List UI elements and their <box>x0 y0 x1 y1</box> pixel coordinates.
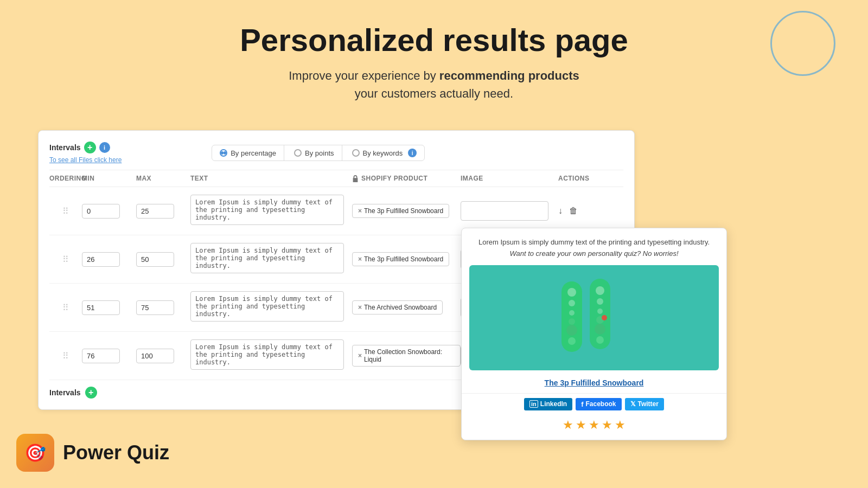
product-tag-3: × The Archived Snowboard <box>352 300 443 314</box>
radio-by-keywords[interactable]: By keywords i <box>344 145 425 160</box>
min-input-1[interactable] <box>82 204 120 219</box>
text-area-2[interactable]: Lorem Ipsum is simply dummy text of the … <box>190 243 344 273</box>
move-down-button-1[interactable]: ↓ <box>558 206 563 216</box>
svg-point-9 <box>597 298 603 305</box>
svg-point-5 <box>566 325 577 336</box>
product-name-4: The Collection Snowboard: Liquid <box>364 348 455 363</box>
text-cell-3: Lorem Ipsum is simply dummy text of the … <box>190 291 352 324</box>
logo-text: Power Quiz <box>63 441 169 464</box>
star-5: ★ <box>615 418 626 432</box>
facebook-button[interactable]: f Facebook <box>576 398 621 410</box>
star-4: ★ <box>602 418 612 432</box>
col-actions: ACTIONS <box>558 175 623 182</box>
svg-point-12 <box>595 324 605 335</box>
drag-handle-3[interactable]: ⠿ <box>49 303 82 313</box>
radio-by-percentage[interactable]: By percentage <box>212 145 284 160</box>
text-area-3[interactable]: Lorem Ipsum is simply dummy text of the … <box>190 291 344 322</box>
page-subtitle: Improve your experience by recommending … <box>0 67 868 102</box>
product-cell-3: × The Archived Snowboard <box>352 299 461 316</box>
svg-point-14 <box>602 315 607 320</box>
preview-product-area <box>469 265 719 370</box>
radio-group: By percentage By points By keywords i <box>212 145 425 161</box>
delete-button-1[interactable]: 🗑 <box>569 206 578 216</box>
card-topbar: Intervals + i To see all Files click her… <box>49 142 623 164</box>
deco-circle <box>770 11 835 76</box>
remove-product-3[interactable]: × <box>358 304 362 311</box>
product-link[interactable]: The 3p Fulfilled Snowboard <box>545 378 644 387</box>
max-input-1[interactable] <box>136 204 174 219</box>
image-input-1[interactable] <box>461 201 548 221</box>
files-link-wrap: To see all Files click here <box>49 155 122 164</box>
product-cell-2: × The 3p Fulfilled Snowboard <box>352 251 461 267</box>
product-name-3: The Archived Snowboard <box>364 304 437 311</box>
intervals-label-row: Intervals + i <box>49 142 122 153</box>
add-interval-top-button[interactable]: + <box>84 142 96 153</box>
svg-point-10 <box>597 309 603 314</box>
linkedin-icon: in <box>529 400 538 408</box>
text-area-1[interactable]: Lorem Ipsum is simply dummy text of the … <box>190 195 344 225</box>
product-cell-4: × The Collection Snowboard: Liquid <box>352 344 461 368</box>
min-input-2[interactable] <box>82 252 120 267</box>
twitter-button[interactable]: 𝕏 Twitter <box>625 398 664 410</box>
add-interval-bottom-button[interactable]: + <box>85 387 97 399</box>
product-name-2: The 3p Fulfilled Snowboard <box>364 255 443 263</box>
max-input-4[interactable] <box>136 349 174 363</box>
text-area-4[interactable]: Lorem Ipsum is simply dummy text of the … <box>190 339 344 370</box>
remove-product-2[interactable]: × <box>358 255 362 263</box>
text-cell-4: Lorem Ipsum is simply dummy text of the … <box>190 339 352 372</box>
star-2: ★ <box>576 418 586 432</box>
intervals-text: Intervals <box>49 143 81 152</box>
max-cell-4 <box>136 349 190 363</box>
col-max: MAX <box>136 175 190 182</box>
max-cell-2 <box>136 252 190 267</box>
subtitle-line2: your customers actually need. <box>355 87 513 100</box>
star-1: ★ <box>563 418 573 432</box>
linkedin-button[interactable]: in LinkedIn <box>524 398 572 410</box>
product-link-section: The 3p Fulfilled Snowboard <box>462 378 726 393</box>
radio-dot-keywords <box>352 149 360 157</box>
max-cell-1 <box>136 204 190 219</box>
product-tag-2: × The 3p Fulfilled Snowboard <box>352 252 449 266</box>
drag-handle-2[interactable]: ⠿ <box>49 254 82 265</box>
remove-product-1[interactable]: × <box>358 207 362 215</box>
drag-handle-1[interactable]: ⠿ <box>49 206 82 216</box>
svg-point-6 <box>568 337 576 345</box>
svg-point-2 <box>569 300 575 306</box>
lock-icon <box>352 175 359 182</box>
product-tag-1: × The 3p Fulfilled Snowboard <box>352 204 449 218</box>
actions-cell-1: ↓ 🗑 <box>558 206 623 216</box>
min-cell-3 <box>82 300 136 315</box>
remove-product-4[interactable]: × <box>358 352 362 359</box>
radio-dot-percentage <box>220 149 227 157</box>
max-input-2[interactable] <box>136 252 174 267</box>
bottom-logo: 🎯 Power Quiz <box>16 434 169 472</box>
col-ordering: ORDERING <box>49 175 82 182</box>
preview-card: Lorem Ipsum is simply dummy text of the … <box>461 228 727 440</box>
intervals-section: Intervals + i To see all Files click her… <box>49 142 122 164</box>
add-intervals-label: Intervals <box>49 388 81 397</box>
drag-handle-4[interactable]: ⠿ <box>49 351 82 361</box>
keywords-info-button[interactable]: i <box>408 149 417 157</box>
radio-by-points[interactable]: By points <box>286 145 342 160</box>
table-header: ORDERING MIN MAX TEXT SHOPIFY PRODUCT IM… <box>49 170 623 187</box>
preview-text: Lorem Ipsum is simply dummy text of the … <box>462 228 726 265</box>
svg-point-1 <box>567 288 576 297</box>
min-input-3[interactable] <box>82 300 120 315</box>
star-3: ★ <box>589 418 599 432</box>
image-cell-1 <box>461 201 558 221</box>
min-cell-1 <box>82 204 136 219</box>
radio-dot-points <box>294 149 302 157</box>
min-input-4[interactable] <box>82 349 120 363</box>
files-link[interactable]: To see all Files click here <box>49 156 122 164</box>
min-cell-2 <box>82 252 136 267</box>
text-cell-1: Lorem Ipsum is simply dummy text of the … <box>190 195 352 227</box>
svg-point-3 <box>569 310 575 316</box>
col-min: MIN <box>82 175 136 182</box>
product-name-1: The 3p Fulfilled Snowboard <box>364 207 443 215</box>
max-input-3[interactable] <box>136 300 174 315</box>
svg-point-13 <box>596 336 604 344</box>
snowboard-svg <box>545 276 643 357</box>
product-cell-1: × The 3p Fulfilled Snowboard <box>352 203 461 219</box>
logo-icon-glyph: 🎯 <box>24 442 46 463</box>
info-button-top[interactable]: i <box>99 142 110 153</box>
